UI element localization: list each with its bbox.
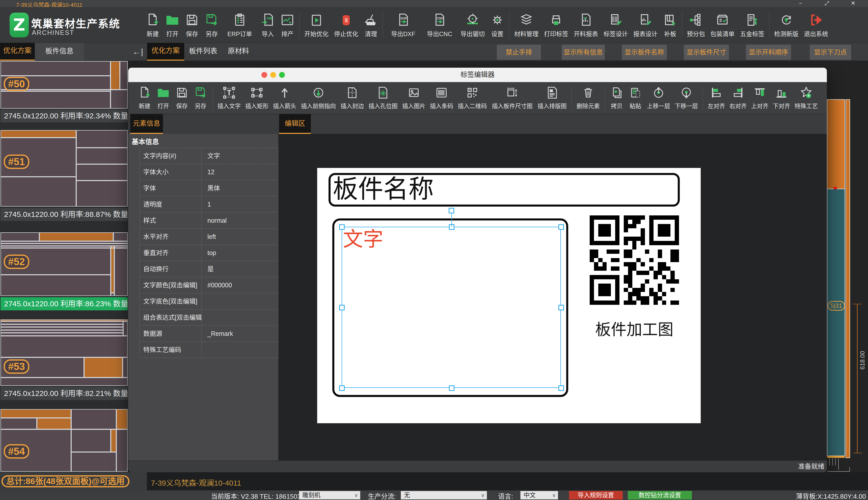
dialog-toolbar-button-layer-up[interactable]: 上移一层 — [645, 82, 672, 114]
toolbar-button-cut-report[interactable]: 开料报表 — [571, 7, 601, 43]
view-button-显示板件名称[interactable]: 显示板件名称 — [622, 45, 667, 60]
property-value[interactable]: normal — [202, 213, 278, 228]
toolbar-button-settings[interactable]: 设置 — [488, 7, 507, 43]
cutting-layout-preview-#53[interactable]: #53 — [0, 319, 128, 386]
toolbar-button-report-design[interactable]: 报表设计 — [631, 7, 660, 43]
tab-板件信息[interactable]: 板件信息 — [35, 43, 84, 60]
view-button-显示所有信息[interactable]: 显示所有信息 — [562, 45, 605, 60]
property-row[interactable]: 垂直对齐top — [140, 245, 278, 261]
toolbar-button-erp-order[interactable]: ERP订单 — [222, 7, 258, 43]
minimize-icon[interactable]: − — [797, 0, 804, 7]
property-value[interactable]: 黑体 — [202, 180, 278, 196]
property-value[interactable]: _Remark — [202, 326, 278, 341]
toolbar-button-export-saw[interactable]: 导出锯切 — [458, 7, 488, 43]
property-value[interactable]: 1 — [202, 196, 278, 212]
property-row[interactable]: 文字内容(#)文字 — [140, 148, 278, 164]
cnc-drill-flow-button[interactable]: 数控钻分流设置 — [628, 491, 692, 500]
toolbar-button-save[interactable]: 保存 — [182, 7, 202, 43]
toolbar-button-pre-package[interactable]: 预分包 — [684, 7, 707, 43]
property-value[interactable]: top — [202, 245, 278, 261]
toolbar-button-patch-board[interactable]: 补补板 — [660, 7, 680, 43]
property-value[interactable] — [202, 293, 278, 309]
property-row[interactable]: 自动换行是 — [140, 261, 278, 277]
property-row[interactable]: 文字颜色[双击编辑]#000000 — [140, 277, 278, 293]
sheet-caption[interactable]: 2745.0x1220.00 利用率:88.87% 数量:1 — [0, 208, 128, 221]
toolbar-button-save-as[interactable]: 另存 — [202, 7, 222, 43]
dialog-toolbar-button-save[interactable]: 保存 — [173, 82, 191, 114]
selection-handle[interactable] — [339, 224, 345, 230]
dialog-toolbar-button-paste[interactable]: 粘贴 — [626, 82, 645, 114]
toolbar-button-print-label[interactable]: 打印标签 — [541, 7, 571, 43]
tab-edit-area[interactable]: 编辑区 — [279, 114, 311, 134]
maximize-icon[interactable]: ⤢ — [824, 0, 830, 7]
dialog-toolbar-button-ins-arrow[interactable]: 插入箭头 — [271, 82, 298, 114]
selection-handle[interactable] — [449, 385, 455, 391]
dialog-toolbar-button-file-new[interactable]: 新建 — [135, 82, 154, 114]
cutting-layout-preview-#51[interactable]: #51 — [0, 130, 128, 207]
dialog-toolbar-button-align-left[interactable]: 左对齐 — [705, 82, 727, 114]
dialog-toolbar-button-ins-holes[interactable]: 插入孔位图 — [366, 82, 400, 114]
toolbar-button-folder-open[interactable]: 打开 — [163, 7, 182, 43]
qr-code[interactable] — [590, 215, 679, 305]
toolbar-button-schedule[interactable]: 排产 — [278, 7, 297, 43]
dialog-toolbar-button-ins-edge[interactable]: 插入封边 — [338, 82, 366, 114]
view-button-禁止手排[interactable]: 禁止手排 — [497, 45, 541, 60]
selection-handle[interactable] — [559, 385, 564, 391]
tab-element-info[interactable]: 元素信息 — [130, 114, 163, 134]
dialog-toolbar-button-ins-barcode[interactable]: 插入条码 — [428, 82, 456, 114]
property-row[interactable]: 水平对齐left — [140, 229, 278, 245]
property-value[interactable]: 是 — [202, 261, 278, 277]
config-select[interactable]: 雕刻机∨ — [299, 491, 360, 500]
dialog-toolbar-button-special[interactable]: 特殊工艺 — [792, 82, 820, 114]
tab-板件列表[interactable]: 板件列表 — [184, 43, 222, 60]
group-header[interactable]: 基本信息 — [132, 136, 159, 147]
property-value[interactable]: 文字 — [202, 148, 278, 164]
property-row[interactable]: 字体大小12 — [140, 164, 278, 180]
collapse-sidebar-icon[interactable]: ←| — [132, 46, 143, 57]
property-value[interactable] — [202, 310, 278, 325]
tab-优化方案[interactable]: 优化方案 — [147, 43, 184, 60]
import-rules-button[interactable]: 导入规则设置 — [569, 491, 623, 500]
dialog-toolbar-button-align-bottom[interactable]: 下对齐 — [771, 82, 792, 114]
property-row[interactable]: 数据源_Remark — [140, 326, 278, 342]
rotation-handle[interactable] — [449, 208, 454, 213]
tab-原材料[interactable]: 原材料 — [222, 43, 255, 60]
selection-handle[interactable] — [559, 224, 564, 230]
toolbar-button-export-cnc[interactable]: CNC导出CNC — [421, 7, 458, 43]
selection-handle[interactable] — [559, 305, 564, 310]
cutting-layout-preview-#52[interactable]: #52 — [0, 232, 128, 296]
dialog-toolbar-button-ins-image[interactable]: 插入图片 — [400, 82, 428, 114]
toolbar-button-start[interactable]: 开始优化 — [302, 7, 331, 43]
toolbar-button-hardware-label[interactable]: 五金标签 — [737, 7, 767, 43]
selection-rect[interactable] — [342, 227, 561, 388]
dialog-toolbar-button-delete[interactable]: 删除元素 — [574, 82, 602, 114]
view-button-显示板件尺寸[interactable]: 显示板件尺寸 — [684, 45, 729, 60]
property-row[interactable]: 特殊工艺编码 — [140, 342, 278, 358]
dialog-toolbar-button-ins-layout[interactable]: 插入排版图 — [535, 82, 569, 114]
property-value[interactable]: 12 — [202, 164, 278, 180]
property-value[interactable] — [202, 342, 278, 357]
toolbar-button-stop[interactable]: 停止优化 — [331, 7, 361, 43]
dialog-toolbar-button-folder-open[interactable]: 打开 — [154, 82, 173, 114]
toolbar-button-label-design[interactable]: 标签设计 — [601, 7, 631, 43]
cutting-layout-preview-#50[interactable]: #50 — [0, 61, 128, 109]
dialog-toolbar-button-layer-down[interactable]: 下移一层 — [672, 82, 700, 114]
view-button-显示开料顺序[interactable]: 显示开料顺序 — [746, 45, 791, 60]
dialog-toolbar-button-align-right[interactable]: 右对齐 — [727, 82, 749, 114]
toolbar-button-materials[interactable]: 材料管理 — [512, 7, 541, 43]
tab-优化方案[interactable]: 优化方案 — [0, 43, 35, 60]
toolbar-button-check-update[interactable]: 检测新版 — [771, 7, 801, 43]
dialog-toolbar-button-ins-size[interactable]: 插入板件尺寸图 — [489, 82, 535, 114]
property-row[interactable]: 透明度1 — [140, 196, 278, 213]
toolbar-button-file-new[interactable]: 新建 — [143, 7, 163, 43]
sheet-caption[interactable]: 2745.0x1220.00 利用率:92.34% 数量:1 — [0, 109, 128, 123]
property-row[interactable]: 组合表达式[双击编辑] — [140, 310, 278, 326]
view-button-显示下刀点[interactable]: 显示下刀点 — [810, 45, 851, 60]
lang-select[interactable]: 中文∨ — [520, 491, 558, 500]
toolbar-button-export-dxf[interactable]: DXF导出DXF — [385, 7, 421, 43]
property-row[interactable]: 样式normal — [140, 213, 278, 229]
dialog-toolbar-button-ins-text[interactable]: 插入文字 — [215, 82, 243, 114]
cutting-layout-preview-#54[interactable]: #54 — [0, 409, 128, 472]
property-row[interactable]: 文字底色[双击编辑] — [140, 293, 278, 310]
label-canvas[interactable]: 板件名称 文字 板件加工图 — [317, 168, 701, 423]
